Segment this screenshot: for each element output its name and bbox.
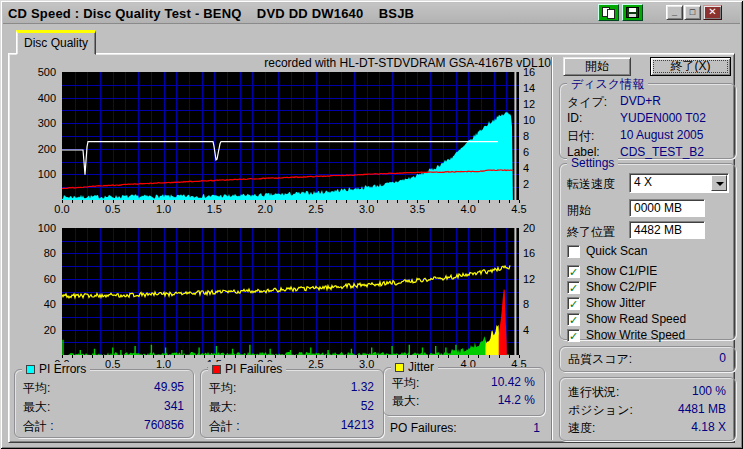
checkbox-box[interactable]: ✓ bbox=[567, 313, 580, 326]
copy-icon[interactable] bbox=[598, 4, 619, 21]
checkbox-show-c1-pie[interactable]: ✓ Show C1/PIE bbox=[567, 264, 657, 278]
maximize-button[interactable]: □ bbox=[684, 5, 701, 20]
checkbox-box[interactable]: ✓ bbox=[567, 281, 580, 294]
disc-info-title: ディスク情報 bbox=[567, 76, 648, 93]
start-pos-value: 0000 MB bbox=[634, 201, 682, 215]
checkbox-box[interactable]: ✓ bbox=[567, 297, 580, 310]
pi-failures-title: PI Failures bbox=[208, 362, 286, 376]
po-failures-value: 1 bbox=[533, 421, 540, 435]
start-pos-input[interactable]: 0000 MB bbox=[629, 199, 705, 217]
stat-row: 最大: 14.2 % bbox=[392, 393, 535, 410]
stat-row: 平均: 10.42 % bbox=[392, 375, 535, 392]
start-button[interactable]: 開始 bbox=[563, 57, 631, 76]
minimize-button[interactable]: _ bbox=[666, 5, 683, 20]
avg-value: 1.32 bbox=[351, 380, 374, 397]
axis-tick-label: 80 bbox=[16, 247, 56, 259]
axis-tick-label: 8 bbox=[523, 298, 529, 310]
axis-tick-label: 100 bbox=[16, 222, 56, 234]
pi-errors-label: PI Errors bbox=[39, 362, 86, 376]
speed-select[interactable]: 4 X bbox=[629, 173, 729, 193]
checkbox-box[interactable]: ✓ bbox=[567, 329, 580, 342]
check-icon: ✓ bbox=[568, 298, 579, 310]
quality-score-value: 0 bbox=[719, 351, 726, 368]
axis-tick-label: 8 bbox=[523, 130, 529, 142]
chevron-down-icon[interactable] bbox=[711, 175, 727, 191]
top-chart-right-axis: 246810121416 bbox=[521, 72, 547, 200]
axis-tick-label: 20 bbox=[16, 324, 56, 336]
checkbox-box[interactable]: ✓ bbox=[567, 245, 580, 258]
axis-tick-label: 2.5 bbox=[302, 203, 330, 215]
pi-failures-group: PI Failures 平均: 1.32 最大: 52 合計 : 14213 bbox=[200, 369, 384, 438]
axis-tick-label: 12 bbox=[523, 98, 535, 110]
checkbox-show-write-speed[interactable]: ✓ Show Write Speed bbox=[567, 328, 685, 342]
checkbox-box[interactable]: ✓ bbox=[567, 265, 580, 278]
axis-tick-label: 4 bbox=[523, 324, 529, 336]
stat-row: 最大: 52 bbox=[209, 399, 374, 416]
checkbox-show-read-speed[interactable]: ✓ Show Read Speed bbox=[567, 312, 686, 326]
exit-button[interactable]: 終了(X) bbox=[650, 57, 731, 76]
axis-tick-label: 20 bbox=[523, 222, 535, 234]
disc-info-row: タイプ: DVD+R bbox=[567, 94, 729, 111]
avg-value: 10.42 % bbox=[491, 375, 535, 392]
checkbox-label: Show Write Speed bbox=[586, 328, 685, 342]
checkbox-show-jitter[interactable]: ✓ Show Jitter bbox=[567, 296, 645, 310]
avg-label: 平均: bbox=[209, 380, 236, 397]
top-chart-left-axis: 100200300400500 bbox=[18, 72, 58, 200]
checkbox-show-c2-pif[interactable]: ✓ Show C2/PIF bbox=[567, 280, 657, 294]
pie-legend-swatch bbox=[26, 365, 35, 374]
progress-group: 進行状況: 100 % ポジション: 4481 MB 速度: 4.18 X bbox=[559, 377, 736, 441]
axis-tick-label: 0.0 bbox=[48, 203, 76, 215]
pif-legend-swatch bbox=[212, 365, 221, 374]
stat-row: 合計 : 14213 bbox=[209, 418, 374, 435]
check-icon: ✓ bbox=[568, 314, 579, 326]
copy-page-front bbox=[607, 9, 615, 19]
axis-tick-label: 2.0 bbox=[251, 203, 279, 215]
end-pos-input[interactable]: 4482 MB bbox=[629, 221, 705, 239]
label-value: CDS_TEST_B2 bbox=[620, 145, 704, 159]
axis-tick-label: 0.5 bbox=[99, 203, 127, 215]
check-icon: ✓ bbox=[568, 330, 579, 342]
tab-disc-quality[interactable]: Disc Quality bbox=[16, 30, 96, 55]
date-value: 10 August 2005 bbox=[620, 128, 703, 145]
stat-row: 平均: 1.32 bbox=[209, 380, 374, 397]
id-label: ID: bbox=[567, 111, 620, 125]
jitter-label: Jitter bbox=[408, 360, 434, 374]
max-label: 最大: bbox=[209, 399, 236, 416]
speed-selected-value: 4 X bbox=[634, 175, 652, 189]
floppy-label bbox=[629, 14, 636, 17]
axis-tick-label: 40 bbox=[16, 298, 56, 310]
max-value: 341 bbox=[164, 399, 184, 416]
disc-info-group: ディスク情報 タイプ: DVD+R ID: YUDEN000 T02 日付: 1… bbox=[559, 83, 736, 159]
checkbox-quick-scan[interactable]: ✓ Quick Scan bbox=[567, 244, 647, 258]
end-pos-label: 終了位置 bbox=[567, 224, 615, 241]
settings-group: Settings 転送速度 4 X 開始 0000 MB 終了位置 4482 M… bbox=[559, 163, 736, 340]
position-label: ポジション: bbox=[568, 402, 633, 419]
axis-tick-label: 3.5 bbox=[403, 203, 431, 215]
jitter-group: Jitter 平均: 10.42 % 最大: 14.2 % bbox=[383, 367, 545, 416]
checkbox-label: Quick Scan bbox=[586, 244, 647, 258]
axis-tick-label: 1.0 bbox=[150, 203, 178, 215]
max-value: 52 bbox=[361, 399, 374, 416]
date-label: 日付: bbox=[567, 128, 620, 145]
save-floppy-icon[interactable] bbox=[622, 4, 643, 21]
progress-label: 進行状況: bbox=[568, 384, 619, 401]
quality-score-row: 品質スコア: 0 bbox=[568, 351, 726, 368]
axis-tick-label: 2 bbox=[523, 178, 529, 190]
stat-row: 合計 : 760856 bbox=[23, 418, 184, 435]
pif-jitter-chart bbox=[62, 228, 519, 355]
axis-tick-label: 100 bbox=[16, 168, 56, 180]
check-icon: ✓ bbox=[568, 266, 579, 278]
panel-divider bbox=[551, 57, 553, 440]
avg-value: 49.95 bbox=[154, 380, 184, 397]
checkbox-label: Show Jitter bbox=[586, 296, 645, 310]
avg-label: 平均: bbox=[23, 380, 50, 397]
type-value: DVD+R bbox=[620, 94, 661, 111]
axis-tick-label: 16 bbox=[523, 66, 535, 78]
axis-tick-label: 4 bbox=[523, 162, 529, 174]
disc-info-row: ID: YUDEN000 T02 bbox=[567, 111, 729, 125]
close-button[interactable]: ✕ bbox=[703, 5, 722, 20]
app-window: CD Speed : Disc Quality Test - BENQ DVD … bbox=[0, 0, 743, 449]
checkbox-label: Show Read Speed bbox=[586, 312, 686, 326]
axis-tick-label: 400 bbox=[16, 92, 56, 104]
total-value: 14213 bbox=[341, 418, 374, 435]
